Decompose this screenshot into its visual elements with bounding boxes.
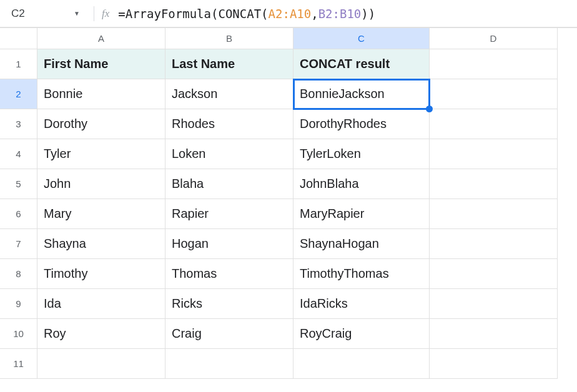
formula-bar: C2 ▼ fx =ArrayFormula(CONCAT(A2:A10,B2:B…: [0, 0, 577, 27]
cell-B3[interactable]: Rhodes: [165, 109, 293, 139]
cell-D2[interactable]: [430, 79, 558, 109]
cell-B11[interactable]: [165, 349, 293, 379]
row-header-5[interactable]: 5: [0, 169, 37, 199]
cell-D6[interactable]: [430, 199, 558, 229]
col-header-B[interactable]: B: [165, 28, 293, 49]
cell-A10[interactable]: Roy: [37, 319, 165, 349]
cell-A11[interactable]: [37, 349, 165, 379]
cell-B5[interactable]: Blaha: [165, 169, 293, 199]
row-header-2[interactable]: 2: [0, 79, 37, 109]
formula-close1: ): [368, 7, 375, 21]
formula-open2: (: [261, 7, 268, 21]
selection-handle[interactable]: [426, 105, 433, 112]
cell-C9[interactable]: IdaRicks: [293, 289, 430, 319]
cell-D7[interactable]: [430, 229, 558, 259]
cell-C4[interactable]: TylerLoken: [293, 139, 430, 169]
formula-ref1: A2:A10: [269, 7, 312, 21]
spreadsheet-grid: A B C D 1 First Name Last Name CONCAT re…: [0, 27, 577, 379]
cell-D11[interactable]: [430, 349, 558, 379]
cell-B1[interactable]: Last Name: [165, 49, 293, 79]
cell-A9[interactable]: Ida: [37, 289, 165, 319]
cell-D8[interactable]: [430, 259, 558, 289]
cell-B6[interactable]: Rapier: [165, 199, 293, 229]
cell-C2-value: BonnieJackson: [300, 87, 385, 101]
cell-C6[interactable]: MaryRapier: [293, 199, 430, 229]
cell-B9[interactable]: Ricks: [165, 289, 293, 319]
cell-D1[interactable]: [430, 49, 558, 79]
chevron-down-icon[interactable]: ▼: [74, 10, 80, 17]
cell-C2[interactable]: BonnieJackson: [293, 79, 430, 109]
cell-C3[interactable]: DorothyRhodes: [293, 109, 430, 139]
col-header-C[interactable]: C: [293, 28, 430, 49]
cell-A6[interactable]: Mary: [37, 199, 165, 229]
formula-close2: ): [361, 7, 368, 21]
cell-C5[interactable]: JohnBlaha: [293, 169, 430, 199]
cell-A1[interactable]: First Name: [37, 49, 165, 79]
cell-B2[interactable]: Jackson: [165, 79, 293, 109]
name-box[interactable]: C2 ▼: [5, 4, 86, 23]
cell-D4[interactable]: [430, 139, 558, 169]
col-header-A[interactable]: A: [37, 28, 165, 49]
row-header-7[interactable]: 7: [0, 229, 37, 259]
formula-fn2: CONCAT: [218, 7, 261, 21]
row-header-9[interactable]: 9: [0, 289, 37, 319]
cell-A7[interactable]: Shayna: [37, 229, 165, 259]
col-header-D[interactable]: D: [430, 28, 558, 49]
cell-C8[interactable]: TimothyThomas: [293, 259, 430, 289]
cell-C7[interactable]: ShaynaHogan: [293, 229, 430, 259]
formula-eq: =: [118, 7, 125, 21]
cell-B7[interactable]: Hogan: [165, 229, 293, 259]
cell-A8[interactable]: Timothy: [37, 259, 165, 289]
select-all-corner[interactable]: [0, 28, 37, 49]
cell-C1[interactable]: CONCAT result: [293, 49, 430, 79]
formula-comma: ,: [311, 7, 318, 21]
row-header-8[interactable]: 8: [0, 259, 37, 289]
formula-open1: (: [211, 7, 218, 21]
cell-D10[interactable]: [430, 319, 558, 349]
name-box-value: C2: [11, 7, 25, 20]
cell-B10[interactable]: Craig: [165, 319, 293, 349]
row-header-1[interactable]: 1: [0, 49, 37, 79]
formula-input[interactable]: =ArrayFormula(CONCAT(A2:A10,B2:B10)): [118, 7, 572, 21]
cell-A3[interactable]: Dorothy: [37, 109, 165, 139]
row-header-3[interactable]: 3: [0, 109, 37, 139]
row-header-11[interactable]: 11: [0, 349, 37, 379]
formula-fn1: ArrayFormula: [126, 7, 211, 21]
cell-A4[interactable]: Tyler: [37, 139, 165, 169]
cell-C11[interactable]: [293, 349, 430, 379]
cell-B8[interactable]: Thomas: [165, 259, 293, 289]
cell-A5[interactable]: John: [37, 169, 165, 199]
row-header-4[interactable]: 4: [0, 139, 37, 169]
row-header-10[interactable]: 10: [0, 319, 37, 349]
formula-ref2: B2:B10: [318, 7, 362, 21]
cell-D9[interactable]: [430, 289, 558, 319]
cell-D5[interactable]: [430, 169, 558, 199]
cell-D3[interactable]: [430, 109, 558, 139]
fx-icon: fx: [102, 7, 109, 20]
cell-A2[interactable]: Bonnie: [37, 79, 165, 109]
cell-C10[interactable]: RoyCraig: [293, 319, 430, 349]
divider: [94, 6, 94, 21]
row-header-6[interactable]: 6: [0, 199, 37, 229]
cell-B4[interactable]: Loken: [165, 139, 293, 169]
